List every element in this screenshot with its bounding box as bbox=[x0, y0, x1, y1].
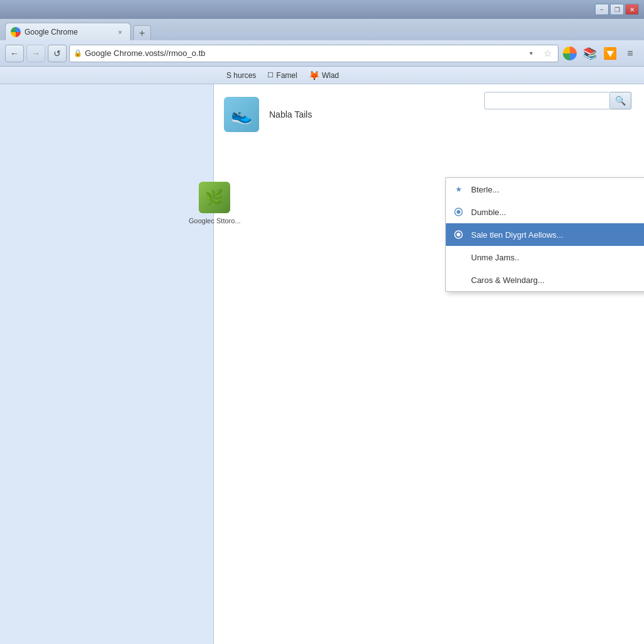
hamburger-icon: ≡ bbox=[627, 48, 633, 59]
app-content-title: Nabla Tails bbox=[269, 109, 312, 119]
svg-point-1 bbox=[457, 210, 460, 214]
browser-window: − ❐ ✕ Google Chrome × + ← → ↺ 🔒 ▾ ☆ 📚 bbox=[0, 0, 644, 644]
bookmark-label-famel: Famel bbox=[276, 71, 297, 80]
bookmark-item-wlad[interactable]: 🦊 Wlad bbox=[305, 69, 343, 82]
sidebar-app-label: Googlec Sttoro... bbox=[189, 217, 241, 225]
forward-button[interactable]: → bbox=[26, 45, 45, 62]
context-menu-label-bterle: Bterle... bbox=[471, 185, 499, 194]
sidebar-app-area: 🌿 Googlec Sttoro... bbox=[189, 182, 241, 225]
context-menu-item-caros[interactable]: Caros & Welndarg... bbox=[446, 269, 644, 291]
search-button[interactable]: 🔍 bbox=[610, 92, 631, 109]
restore-button[interactable]: ❐ bbox=[610, 4, 624, 15]
navigation-bar: ← → ↺ 🔒 ▾ ☆ 📚 🔽 ≡ bbox=[0, 40, 644, 67]
search-area: 🔍 bbox=[484, 92, 631, 109]
app-thumbnail: 👟 bbox=[224, 97, 259, 132]
context-menu-item-dumble[interactable]: Dumble... bbox=[446, 201, 644, 223]
tab-close-button[interactable]: × bbox=[115, 27, 125, 37]
context-menu-item-unme-jams[interactable]: Unme Jams.. bbox=[446, 246, 644, 269]
close-button[interactable]: ✕ bbox=[625, 4, 639, 15]
main-search-input[interactable] bbox=[484, 92, 610, 109]
sidebar-plant-icon: 🌿 bbox=[199, 182, 230, 213]
bookmark-icon-button[interactable]: 📚 bbox=[581, 45, 599, 62]
bookmarks-bar: S hurces ☐ Famel 🦊 Wlad bbox=[0, 67, 644, 84]
bookmark-label-shurces: S hurces bbox=[226, 71, 256, 80]
bookmark-item-famel[interactable]: ☐ Famel bbox=[264, 70, 301, 81]
back-button[interactable]: ← bbox=[5, 45, 24, 62]
context-menu-label-sale-tlen: Sale tlen Diygrt Aellows... bbox=[471, 230, 564, 240]
context-menu: ★ Bterle... Dumble... Sale tlen Diygrt A… bbox=[445, 177, 644, 292]
sidebar: 🌿 Googlec Sttoro... bbox=[0, 84, 214, 644]
tab-bar: Google Chrome × + bbox=[0, 19, 644, 40]
context-menu-item-sale-tlen[interactable]: Sale tlen Diygrt Aellows... ▸ bbox=[446, 223, 644, 246]
bookmark-star-button[interactable]: ☆ bbox=[540, 47, 554, 60]
context-menu-item-bterle[interactable]: ★ Bterle... bbox=[446, 178, 644, 201]
search-icon: 🔍 bbox=[615, 96, 626, 106]
extensions-button[interactable]: 🔽 bbox=[601, 45, 619, 62]
pinwheel-icon bbox=[563, 47, 577, 60]
bterle-icon: ★ bbox=[452, 183, 465, 196]
browser-tab[interactable]: Google Chrome × bbox=[5, 23, 131, 40]
context-menu-label-dumble: Dumble... bbox=[471, 208, 506, 217]
address-dropdown-button[interactable]: ▾ bbox=[524, 45, 538, 62]
tab-label: Google Chrome bbox=[25, 28, 78, 36]
tab-favicon bbox=[11, 27, 21, 37]
address-bar-container: 🔒 ▾ ☆ bbox=[69, 45, 558, 62]
svg-point-3 bbox=[457, 233, 460, 236]
main-pane: 🔍 👟 Nabla Tails ★ Bterle... bbox=[214, 84, 644, 644]
toolbar-icons: 📚 🔽 ≡ bbox=[561, 45, 639, 62]
dumble-icon bbox=[452, 206, 465, 218]
bookmark-item-shurces[interactable]: S hurces bbox=[223, 70, 260, 81]
refresh-button[interactable]: ↺ bbox=[48, 45, 67, 62]
lock-icon: 🔒 bbox=[74, 49, 82, 57]
window-titlebar: − ❐ ✕ bbox=[0, 0, 644, 19]
menu-button[interactable]: ≡ bbox=[621, 45, 639, 62]
content-area: 🌿 Googlec Sttoro... 🔍 👟 Nabla Tails bbox=[0, 84, 644, 644]
new-tab-button[interactable]: + bbox=[133, 25, 151, 40]
pinwheel-button[interactable] bbox=[561, 45, 579, 62]
minimize-button[interactable]: − bbox=[595, 4, 609, 15]
context-menu-label-caros: Caros & Welndarg... bbox=[471, 275, 545, 285]
app-thumb-icon: 👟 bbox=[231, 104, 253, 125]
bookmark-label-wlad: Wlad bbox=[322, 71, 339, 80]
sale-tlen-icon bbox=[452, 228, 465, 241]
context-menu-label-unme-jams: Unme Jams.. bbox=[471, 253, 519, 262]
address-input[interactable] bbox=[85, 48, 521, 58]
